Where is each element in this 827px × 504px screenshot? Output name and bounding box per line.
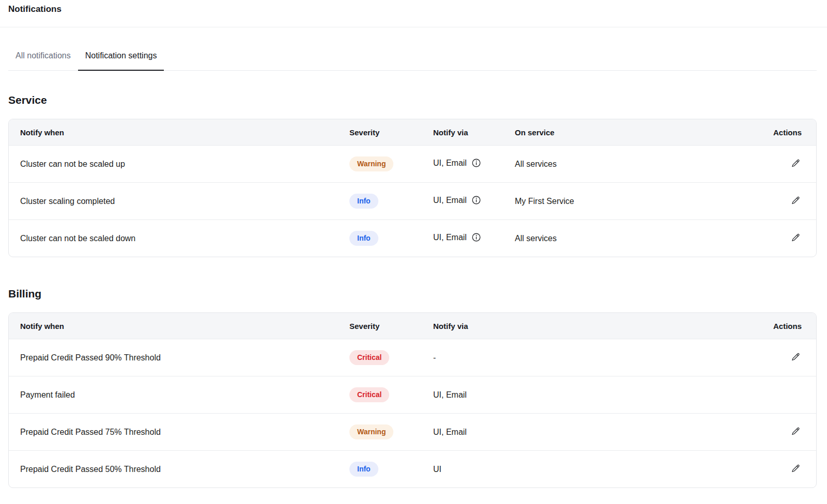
notify-via-cell: UI, Email xyxy=(422,219,503,257)
notify-when-cell: Cluster scaling completed xyxy=(9,182,338,219)
info-icon[interactable] xyxy=(471,158,481,170)
severity-cell: Warning xyxy=(338,145,422,182)
edit-button[interactable] xyxy=(790,158,802,169)
notify-via-cell: UI, Email xyxy=(422,413,754,450)
on-service-cell: All services xyxy=(503,219,754,257)
actions-cell xyxy=(754,219,816,257)
page-header: Notifications xyxy=(0,0,827,27)
column-header-notify-when: Notify when xyxy=(9,313,338,339)
notify-via-label: UI, Email xyxy=(433,159,467,167)
edit-button[interactable] xyxy=(790,426,802,437)
edit-button[interactable] xyxy=(790,195,802,207)
actions-cell xyxy=(754,145,816,182)
on-service-cell: All services xyxy=(503,145,754,182)
column-header-actions: Actions xyxy=(754,313,816,339)
pencil-icon xyxy=(791,159,801,168)
service-table-card: Notify when Severity Notify via On servi… xyxy=(8,119,817,257)
info-icon[interactable] xyxy=(471,232,481,244)
status-badge: Info xyxy=(349,194,378,209)
notify-when-cell: Prepaid Credit Passed 50% Threshold xyxy=(9,450,338,487)
severity-cell: Critical xyxy=(338,376,422,413)
notify-when-cell: Cluster can not be scaled up xyxy=(9,145,338,182)
severity-cell: Info xyxy=(338,219,422,257)
service-table: Notify when Severity Notify via On servi… xyxy=(9,119,816,257)
column-header-severity: Severity xyxy=(338,313,422,339)
tab-bar: All notifications Notification settings xyxy=(8,48,817,71)
notify-via-cell: - xyxy=(422,339,754,376)
severity-cell: Info xyxy=(338,182,422,219)
column-header-notify-when: Notify when xyxy=(9,119,338,145)
notify-via-cell: UI, Email xyxy=(422,145,503,182)
notifications-page: Notifications All notifications Notifica… xyxy=(0,0,827,504)
pencil-icon xyxy=(791,427,801,436)
status-badge: Info xyxy=(349,231,378,246)
severity-cell: Critical xyxy=(338,339,422,376)
table-row: Prepaid Credit Passed 50% Threshold Info… xyxy=(9,450,816,487)
notify-when-cell: Payment failed xyxy=(9,376,338,413)
table-header-row: Notify when Severity Notify via On servi… xyxy=(9,119,816,145)
table-row: Prepaid Credit Passed 75% Threshold Warn… xyxy=(9,413,816,450)
billing-table-card: Notify when Severity Notify via Actions … xyxy=(8,312,817,488)
column-header-notify-via: Notify via xyxy=(422,313,754,339)
status-badge: Info xyxy=(349,462,378,477)
actions-cell xyxy=(754,413,816,450)
actions-cell xyxy=(754,376,816,413)
table-row: Prepaid Credit Passed 90% Threshold Crit… xyxy=(9,339,816,376)
pencil-icon xyxy=(791,352,801,362)
column-header-on-service: On service xyxy=(503,119,754,145)
column-header-severity: Severity xyxy=(338,119,422,145)
notify-via-cell: UI, Email xyxy=(422,376,754,413)
actions-cell xyxy=(754,450,816,487)
table-row: Payment failed Critical UI, Email xyxy=(9,376,816,413)
edit-button[interactable] xyxy=(790,232,802,244)
section-service: Service Notify when Severity Notify via … xyxy=(8,93,817,257)
status-badge: Critical xyxy=(349,387,389,402)
notify-when-cell: Prepaid Credit Passed 75% Threshold xyxy=(9,413,338,450)
section-billing: Billing Notify when Severity Notify via … xyxy=(8,287,817,488)
tab-notification-settings[interactable]: Notification settings xyxy=(78,48,164,71)
table-header-row: Notify when Severity Notify via Actions xyxy=(9,313,816,339)
severity-cell: Info xyxy=(338,450,422,487)
notify-via-cell: UI, Email xyxy=(422,182,503,219)
notify-via-label: UI, Email xyxy=(433,196,467,204)
page-title: Notifications xyxy=(8,3,819,15)
notify-when-cell: Prepaid Credit Passed 90% Threshold xyxy=(9,339,338,376)
actions-cell xyxy=(754,339,816,376)
info-icon[interactable] xyxy=(471,195,481,207)
section-title-billing: Billing xyxy=(8,287,817,301)
column-header-notify-via: Notify via xyxy=(422,119,503,145)
billing-table: Notify when Severity Notify via Actions … xyxy=(9,313,816,487)
table-row: Cluster can not be scaled up Warning UI,… xyxy=(9,145,816,182)
status-badge: Warning xyxy=(349,424,393,439)
pencil-icon xyxy=(791,464,801,474)
severity-cell: Warning xyxy=(338,413,422,450)
notify-via-label: UI, Email xyxy=(433,233,467,242)
pencil-icon xyxy=(791,233,801,243)
pencil-icon xyxy=(791,196,801,206)
status-badge: Warning xyxy=(349,156,393,171)
table-row: Cluster can not be scaled down Info UI, … xyxy=(9,219,816,257)
notify-via-cell: UI xyxy=(422,450,754,487)
on-service-cell: My First Service xyxy=(503,182,754,219)
column-header-actions: Actions xyxy=(754,119,816,145)
status-badge: Critical xyxy=(349,350,389,365)
actions-cell xyxy=(754,182,816,219)
table-row: Cluster scaling completed Info UI, Email… xyxy=(9,182,816,219)
tab-all-notifications[interactable]: All notifications xyxy=(8,48,78,71)
edit-button[interactable] xyxy=(790,351,802,363)
content: All notifications Notification settings … xyxy=(8,48,817,488)
edit-button[interactable] xyxy=(790,463,802,475)
section-title-service: Service xyxy=(8,93,817,107)
notify-when-cell: Cluster can not be scaled down xyxy=(9,219,338,257)
